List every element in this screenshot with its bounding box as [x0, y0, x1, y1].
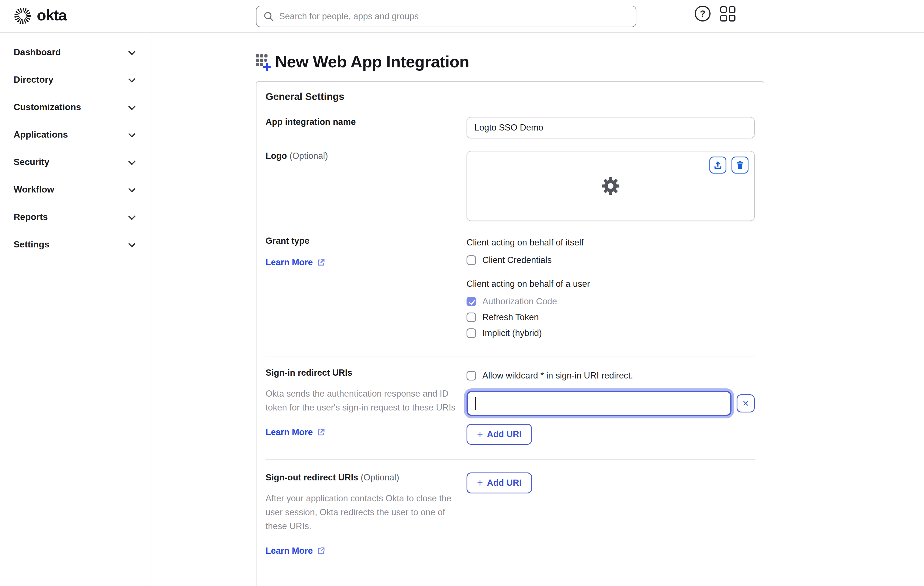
app-integration-name-input[interactable]	[467, 117, 755, 139]
signout-optional-label: (Optional)	[361, 472, 399, 482]
sidebar-item-applications[interactable]: Applications	[0, 121, 150, 149]
section-title-general-settings: General Settings	[266, 91, 755, 102]
app-integration-grid-plus-icon	[256, 54, 271, 70]
top-bar: okta ?	[0, 0, 924, 33]
chevron-down-icon	[128, 213, 135, 220]
divider	[266, 571, 755, 571]
add-signin-uri-button[interactable]: + Add URI	[467, 424, 532, 445]
sidebar-item-directory[interactable]: Directory	[0, 66, 150, 93]
grid-square-icon	[720, 6, 727, 13]
external-link-icon	[317, 546, 325, 555]
help-button[interactable]: ?	[695, 6, 711, 21]
grant-option-refresh-token[interactable]: Refresh Token	[467, 309, 755, 325]
grid-square-icon	[729, 15, 736, 21]
grant-type-label: Grant type	[266, 236, 309, 246]
signin-learn-more-link[interactable]: Learn More	[266, 427, 325, 437]
grid-square-icon	[729, 6, 736, 13]
okta-logo[interactable]: okta	[13, 7, 66, 25]
general-settings-card: General Settings App integration name Lo…	[256, 81, 764, 586]
checkbox[interactable]	[467, 328, 476, 338]
signout-redirect-label: Sign-out redirect URIs	[266, 472, 358, 482]
sidebar-item-security[interactable]: Security	[0, 149, 150, 176]
wildcard-checkbox-row[interactable]: Allow wildcard * in sign-in URI redirect…	[467, 368, 755, 384]
checkbox[interactable]	[467, 255, 476, 265]
grant-option-authorization-code[interactable]: Authorization Code	[467, 294, 755, 309]
text-caret	[475, 397, 476, 409]
delete-logo-button[interactable]	[731, 157, 749, 173]
chevron-down-icon	[128, 130, 135, 137]
grant-type-row: Grant type Learn More Client acting on b…	[266, 236, 755, 341]
chevron-down-icon	[128, 158, 135, 165]
upload-logo-button[interactable]	[710, 157, 726, 173]
chevron-down-icon	[128, 240, 135, 247]
sidebar-item-dashboard[interactable]: Dashboard	[0, 38, 150, 66]
app-name-row: App integration name	[266, 117, 755, 139]
close-icon: ✕	[742, 399, 749, 408]
checkbox[interactable]	[467, 312, 476, 322]
signin-redirect-description: Okta sends the authentication response a…	[266, 387, 458, 415]
divider	[266, 459, 755, 460]
signin-redirect-label: Sign-in redirect URIs	[266, 368, 352, 378]
trash-icon	[736, 160, 744, 170]
global-search	[256, 6, 636, 27]
chevron-down-icon	[128, 103, 135, 110]
grant-itself-heading: Client acting on behalf of itself	[467, 236, 755, 249]
grant-user-heading: Client acting on behalf of a user	[467, 277, 755, 291]
add-signout-uri-button[interactable]: + Add URI	[467, 472, 532, 494]
search-icon	[263, 11, 274, 22]
grant-option-client-credentials[interactable]: Client Credentials	[467, 252, 755, 268]
question-mark-icon: ?	[700, 8, 705, 19]
logo-optional-label: (Optional)	[289, 151, 328, 161]
checkbox-checked[interactable]	[467, 297, 476, 306]
grant-learn-more-link[interactable]: Learn More	[266, 258, 325, 267]
sidebar-item-reports[interactable]: Reports	[0, 203, 150, 231]
sidebar: Dashboard Directory Customizations Appli…	[0, 33, 151, 586]
upload-icon	[713, 160, 723, 170]
chevron-down-icon	[128, 75, 135, 83]
section-title-trusted-origins: Trusted Origins	[266, 585, 755, 586]
checkbox[interactable]	[467, 371, 476, 380]
okta-aura-icon	[13, 7, 32, 25]
app-name-label: App integration name	[266, 117, 356, 127]
signin-redirect-row: Sign-in redirect URIs Okta sends the aut…	[266, 368, 755, 445]
chevron-down-icon	[128, 48, 135, 55]
sidebar-item-settings[interactable]: Settings	[0, 231, 150, 258]
logo-preview-box[interactable]	[467, 151, 755, 221]
main-content: New Web App Integration General Settings…	[151, 33, 924, 586]
signout-learn-more-link[interactable]: Learn More	[266, 546, 325, 556]
default-logo-gear-icon	[599, 175, 622, 197]
plus-icon: +	[477, 478, 483, 488]
external-link-icon	[317, 428, 325, 437]
search-input[interactable]	[279, 12, 629, 21]
divider	[266, 356, 755, 357]
grid-square-icon	[720, 15, 727, 21]
sidebar-item-workflow[interactable]: Workflow	[0, 176, 150, 203]
signout-redirect-row: Sign-out redirect URIs (Optional) After …	[266, 472, 755, 556]
brand-wordmark: okta	[37, 7, 66, 24]
external-link-icon	[317, 258, 325, 267]
signin-redirect-uri-input[interactable]	[467, 391, 731, 416]
app-switcher-button[interactable]	[720, 6, 736, 21]
remove-uri-button[interactable]: ✕	[737, 395, 755, 413]
signout-redirect-description: After your application contacts Okta to …	[266, 492, 458, 533]
sidebar-item-customizations[interactable]: Customizations	[0, 93, 150, 121]
chevron-down-icon	[128, 185, 135, 192]
logo-row: Logo (Optional)	[266, 151, 755, 221]
grant-option-implicit-hybrid[interactable]: Implicit (hybrid)	[467, 325, 755, 341]
page-title: New Web App Integration	[275, 52, 469, 71]
logo-label: Logo	[266, 151, 287, 161]
plus-icon: +	[477, 429, 483, 439]
